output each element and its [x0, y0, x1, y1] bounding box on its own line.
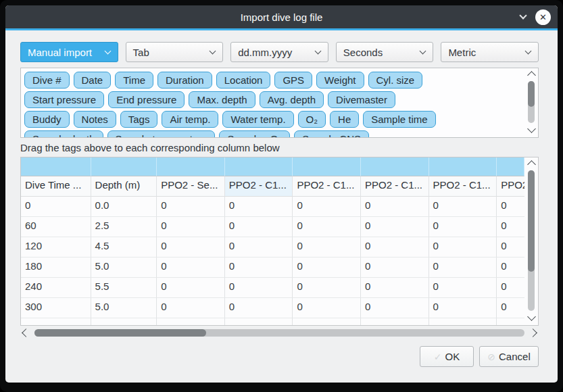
tag-row: Start pressure End pressure Max. depth A…	[24, 91, 522, 108]
combo-field-separator[interactable]: Tab	[126, 42, 224, 62]
table-cell: 0	[361, 237, 429, 258]
table-cell: 0.0	[91, 197, 157, 217]
combo-import-mode[interactable]: Manual import	[20, 42, 118, 62]
drop-target-cell[interactable]	[21, 157, 91, 176]
table-scrollbar[interactable]	[526, 160, 537, 323]
combo-units[interactable]: Metric	[441, 42, 539, 62]
hscroll-thumb[interactable]	[34, 329, 206, 337]
table-scroll-track[interactable]	[528, 170, 535, 311]
tag-divemaster[interactable]: Divemaster	[328, 91, 395, 108]
tag-duration[interactable]: Duration	[157, 72, 212, 89]
tag-date[interactable]: Date	[74, 72, 112, 89]
table-cell: 0	[361, 197, 429, 217]
table-cell: 0	[293, 258, 361, 278]
tag-location[interactable]: Location	[216, 72, 271, 89]
chevron-down-icon	[525, 48, 532, 55]
table-cell: 0	[497, 258, 524, 278]
tag-dive-number[interactable]: Dive #	[24, 72, 70, 89]
table-cell: 5.5	[91, 278, 157, 298]
table-cell: 4.5	[91, 237, 157, 258]
tags-scrollbar[interactable]	[526, 70, 537, 135]
table-cell: 0	[157, 237, 225, 258]
column-header[interactable]: PPO2	[497, 176, 524, 197]
drop-target-cell[interactable]	[225, 157, 293, 176]
scroll-right-icon[interactable]	[529, 328, 537, 337]
table-scroll-thumb[interactable]	[528, 170, 535, 272]
column-header[interactable]: PPO2 - C1...	[293, 176, 361, 197]
scroll-up-icon[interactable]	[527, 160, 536, 169]
drop-target-row	[21, 157, 524, 176]
preview-table: Dive Time ... Depth (m) PPO2 - Se... PPO…	[20, 157, 539, 326]
tag-water-temp[interactable]: Water temp.	[222, 111, 293, 128]
table-row: 120 4.5 0 0 0 0 0 0	[21, 237, 524, 258]
tag-start-pressure[interactable]: Start pressure	[24, 91, 104, 108]
tag-buddy[interactable]: Buddy	[24, 111, 70, 128]
column-header[interactable]: PPO2 - C1...	[429, 176, 497, 197]
table-cell: 0	[429, 237, 497, 258]
titlebar[interactable]: Import dive log file ✕	[5, 5, 558, 28]
tag-avg-depth[interactable]: Avg. depth	[260, 91, 324, 108]
table-cell: 0	[225, 197, 293, 217]
table-cell: 0	[225, 258, 293, 278]
tag-notes[interactable]: Notes	[74, 111, 116, 128]
drop-target-cell[interactable]	[293, 157, 361, 176]
tag-sample-temperature[interactable]: Sample temperature	[107, 130, 216, 138]
drop-target-cell[interactable]	[361, 157, 429, 176]
tag-cyl-size[interactable]: Cyl. size	[368, 72, 423, 89]
drop-target-cell[interactable]	[429, 157, 497, 176]
table-cell: 0	[429, 278, 497, 298]
scroll-down-icon[interactable]	[527, 124, 536, 133]
table-cell	[21, 318, 91, 325]
column-header[interactable]: PPO2 - C1...	[361, 176, 429, 197]
scroll-left-icon[interactable]	[22, 328, 30, 337]
table-row: 240 5.5 0 0 0 0 0 0	[21, 278, 524, 298]
tag-gps[interactable]: GPS	[274, 72, 312, 89]
tag-end-pressure[interactable]: End pressure	[108, 91, 185, 108]
chevron-down-icon	[420, 48, 426, 55]
tag-o2[interactable]: O₂	[298, 111, 326, 128]
tag-time[interactable]: Time	[115, 72, 153, 89]
table-cell: 0	[293, 278, 361, 298]
tag-row: Buddy Notes Tags Air temp. Water temp. O…	[24, 111, 522, 128]
combo-duration-format[interactable]: Seconds	[336, 42, 434, 62]
scroll-up-icon[interactable]	[527, 71, 536, 80]
tag-tags[interactable]: Tags	[120, 111, 158, 128]
tag-max-depth[interactable]: Max. depth	[189, 91, 255, 108]
table-row-clipped	[21, 318, 524, 325]
combo-date-format[interactable]: dd.mm.yyyy	[230, 42, 328, 62]
column-header[interactable]: PPO2 - Se...	[157, 176, 225, 197]
tag-he[interactable]: He	[330, 111, 359, 128]
drop-target-cell[interactable]	[91, 157, 157, 176]
table-cell: 300	[21, 298, 91, 318]
drop-target-cell[interactable]	[157, 157, 225, 176]
tags-scroll-thumb[interactable]	[528, 81, 535, 107]
tag-air-temp[interactable]: Air temp.	[162, 111, 218, 128]
table-row: 300 5.0 0 0 0 0 0 0	[21, 298, 524, 318]
tags-scroll-track[interactable]	[528, 81, 535, 123]
chevron-down-icon	[314, 48, 321, 55]
cancel-button[interactable]: ⊘ Cancel	[479, 346, 539, 367]
table-inner: Dive Time ... Depth (m) PPO2 - Se... PPO…	[21, 157, 524, 325]
tag-sample-po2[interactable]: Sample pO₂	[219, 130, 290, 138]
tag-sample-cns[interactable]: Sample CNS	[294, 130, 369, 138]
drop-target-cell[interactable]	[497, 157, 524, 176]
combo-duration-format-label: Seconds	[343, 47, 383, 58]
table-horizontal-scrollbar[interactable]	[20, 328, 539, 338]
ok-button[interactable]: ✓ OK	[420, 346, 474, 367]
table-cell: 0	[157, 298, 225, 318]
table-cell: 0	[497, 278, 524, 298]
tag-sample-depth[interactable]: Sample depth	[24, 130, 103, 138]
close-button[interactable]: ✕	[535, 9, 551, 25]
chevron-down-icon[interactable]	[519, 11, 527, 19]
hscroll-track[interactable]	[34, 329, 524, 337]
column-header[interactable]: PPO2 - C1...	[225, 176, 293, 197]
column-header[interactable]: Dive Time ...	[21, 176, 91, 197]
scroll-down-icon[interactable]	[527, 312, 536, 321]
table-cell: 0	[361, 217, 429, 237]
table-cell: 5.0	[91, 298, 157, 318]
column-header[interactable]: Depth (m)	[91, 176, 157, 197]
table-cell	[157, 318, 225, 325]
toolbar: Manual import Tab dd.mm.yyyy Seconds Met…	[20, 42, 539, 62]
tag-weight[interactable]: Weight	[316, 72, 364, 89]
tag-sample-time[interactable]: Sample time	[363, 111, 435, 128]
